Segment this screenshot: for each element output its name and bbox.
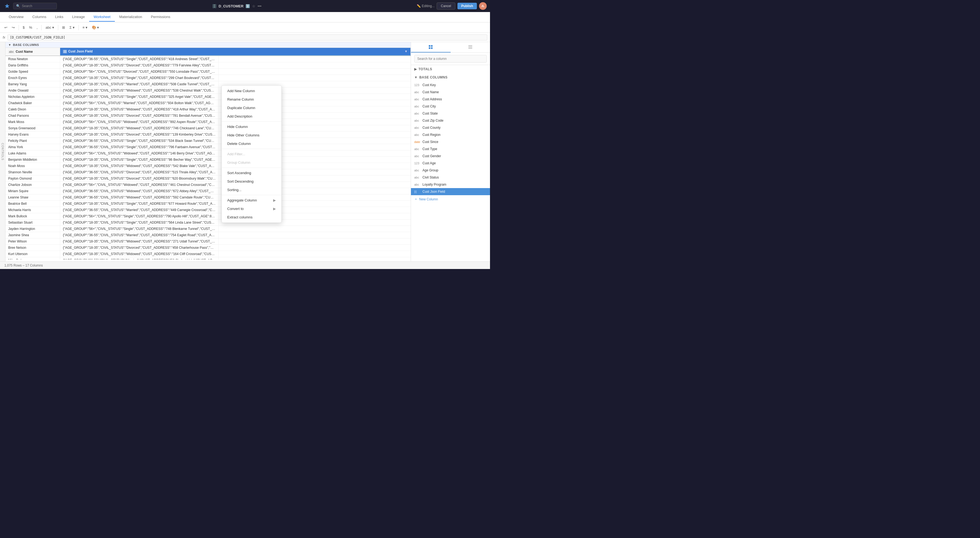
panel-column-item-cust-zip-code[interactable]: abc Cust Zip Code: [411, 117, 490, 124]
table-row[interactable]: Payton Osmond {"AGE_GROUP":"18-35","CIVI…: [5, 175, 411, 182]
menu-item-extract-columns[interactable]: Extract columns: [222, 213, 282, 221]
info-icon[interactable]: ℹ️: [245, 4, 250, 8]
editing-button[interactable]: ✏️ Editing...: [417, 4, 435, 8]
comma-button[interactable]: ,: [35, 24, 40, 30]
panel-column-item-cust-state[interactable]: abc Cust State: [411, 110, 490, 117]
redo-button[interactable]: ↪: [10, 24, 16, 30]
table-row[interactable]: Goldie Speed {"AGE_GROUP":"56+","CIVIL_S…: [5, 68, 411, 75]
table-row[interactable]: Mark Bullock {"AGE_GROUP":"56+","CIVIL_S…: [5, 213, 411, 220]
table-row[interactable]: Bree Nelson {"AGE_GROUP":"18-35","CIVIL_…: [5, 245, 411, 251]
panel-column-item-cust-age[interactable]: 123 Cust Age: [411, 160, 490, 167]
panel-column-item-cust-type[interactable]: abc Cust Type: [411, 145, 490, 153]
base-columns-arrow[interactable]: ▼: [8, 43, 11, 46]
table-row[interactable]: Leanne Shaw {"AGE_GROUP":"36-55","CIVIL_…: [5, 194, 411, 201]
menu-item-aggregate-column[interactable]: Aggregate Column▶: [222, 196, 282, 204]
menu-item-sort-ascending[interactable]: Sort Ascending: [222, 169, 282, 177]
panel-tab-grid[interactable]: [411, 42, 450, 53]
table-row[interactable]: Sonya Greenwood {"AGE_GROUP":"18-35","CI…: [5, 125, 411, 132]
table-row[interactable]: Barney Yang {"AGE_GROUP":"18-35","CIVIL_…: [5, 81, 411, 88]
table-row[interactable]: Caleb Dixon {"AGE_GROUP":"18-35","CIVIL_…: [5, 106, 411, 113]
panel-tab-list[interactable]: [450, 42, 490, 53]
table-row[interactable]: Chad Parsons {"AGE_GROUP":"18-35","CIVIL…: [5, 113, 411, 119]
avatar[interactable]: JL: [479, 2, 487, 10]
currency-button[interactable]: $: [21, 24, 26, 30]
table-row[interactable]: Miriam Squire {"AGE_GROUP":"36-55","CIVI…: [5, 188, 411, 194]
totals-header[interactable]: ▶ TOTALS: [411, 65, 490, 73]
base-columns-section-header[interactable]: ▼ BASE COLUMNS: [411, 73, 490, 81]
menu-item-hide-column[interactable]: Hide Column: [222, 123, 282, 131]
table-row[interactable]: Harvey Evans {"AGE_GROUP":"18-35","CIVIL…: [5, 132, 411, 138]
publish-button[interactable]: Publish: [457, 3, 477, 9]
table-row[interactable]: Felicity Plant {"AGE_GROUP":"36-55","CIV…: [5, 138, 411, 144]
table-row[interactable]: Mark Moss {"AGE_GROUP":"56+","CIVIL_STAT…: [5, 119, 411, 125]
panel-column-item-cust-key[interactable]: 123 Cust Key: [411, 81, 490, 89]
table-row[interactable]: Noah Moss {"AGE_GROUP":"18-35","CIVIL_ST…: [5, 163, 411, 169]
col-header-json[interactable]: [i] Cust Json Field ▼: [60, 48, 411, 56]
tab-permissions[interactable]: Permissions: [146, 13, 175, 22]
more-icon[interactable]: •••: [258, 4, 261, 8]
cell-json: {"AGE_GROUP":"18-35","CIVIL_STATUS":"Sin…: [60, 94, 219, 100]
undo-button[interactable]: ↩: [3, 24, 9, 30]
menu-item-duplicate-column[interactable]: Duplicate Column: [222, 103, 282, 112]
tab-columns[interactable]: Columns: [28, 13, 51, 22]
filter-button[interactable]: ≡ ▾: [81, 24, 89, 30]
percent-button[interactable]: %: [27, 24, 34, 30]
menu-item-add-description[interactable]: Add Description: [222, 112, 282, 121]
table-row[interactable]: Charlize Jobson {"AGE_GROUP":"56+","CIVI…: [5, 182, 411, 188]
tab-lineage[interactable]: Lineage: [68, 13, 89, 22]
menu-item-delete-column[interactable]: Delete Column: [222, 139, 282, 148]
menu-item-hide-other-columns[interactable]: Hide Other Columns: [222, 131, 282, 139]
cell-json: {"AGE_GROUP":"56+","CIVIL_STATUS":"Marri…: [60, 100, 219, 106]
tab-worksheet[interactable]: Worksheet: [89, 13, 115, 22]
panel-column-item-age-group[interactable]: abc Age Group: [411, 167, 490, 174]
panel-column-item-civil-status[interactable]: abc Civil Status: [411, 174, 490, 181]
table-row[interactable]: Enoch Eyres {"AGE_GROUP":"18-35","CIVIL_…: [5, 75, 411, 81]
tab-links[interactable]: Links: [51, 13, 68, 22]
table-row[interactable]: Michaela Harris {"AGE_GROUP":"36-55","CI…: [5, 207, 411, 213]
table-row[interactable]: Jasmine Shea {"AGE_GROUP":"36-55","CIVIL…: [5, 232, 411, 239]
panel-column-item-loyalty-program[interactable]: abc Loyalty Program: [411, 181, 490, 188]
topbar-search[interactable]: 🔍 Search: [13, 3, 57, 9]
menu-item-sort-descending[interactable]: Sort Descending: [222, 177, 282, 186]
table-row[interactable]: Beatrice Bell {"AGE_GROUP":"18-35","CIVI…: [5, 201, 411, 207]
table-row[interactable]: Chadwick Baker {"AGE_GROUP":"56+","CIVIL…: [5, 100, 411, 106]
formula-input[interactable]: [D_CUSTOMER/CUST_JSON_FIELD]: [7, 35, 487, 40]
panel-column-item-cust-json-field[interactable]: [i] Cust Json Field: [411, 188, 490, 195]
panel-column-item-cust-region[interactable]: abc Cust Region: [411, 131, 490, 138]
sidebar-controls[interactable]: CONTROLS: [0, 42, 5, 261]
panel-column-item-cust-address[interactable]: abc Cust Address: [411, 96, 490, 103]
menu-item-add-new-column[interactable]: Add New Column: [222, 87, 282, 95]
new-column-button[interactable]: ＋ New Column: [411, 195, 490, 203]
table-row[interactable]: Luke Adams {"AGE_GROUP":"56+","CIVIL_STA…: [5, 150, 411, 157]
table-view-button[interactable]: ⊞: [60, 24, 67, 30]
panel-column-item-cust-name[interactable]: abc Cust Name: [411, 89, 490, 96]
panel-column-item-cust-gender[interactable]: abc Cust Gender: [411, 153, 490, 160]
table-row[interactable]: Peter Wilson {"AGE_GROUP":"18-35","CIVIL…: [5, 239, 411, 245]
tab-overview[interactable]: Overview: [5, 13, 28, 22]
table-row[interactable]: Rosa Newton {"AGE_GROUP":"36-55","CIVIL_…: [5, 56, 411, 62]
table-row[interactable]: Mike Potter {"AGE_GROUP":"36-55","CIVIL_…: [5, 257, 411, 259]
table-row[interactable]: Shannon Neville {"AGE_GROUP":"36-55","CI…: [5, 169, 411, 175]
menu-item-rename-column[interactable]: Rename Column: [222, 95, 282, 103]
menu-item-sorting[interactable]: Sorting...: [222, 186, 282, 194]
col-header-name[interactable]: abc Cust Name: [5, 48, 60, 56]
panel-column-item-cust-since[interactable]: date Cust Since: [411, 138, 490, 145]
column-search-input[interactable]: [414, 55, 487, 63]
table-row[interactable]: Daria Griffiths {"AGE_GROUP":"18-35","CI…: [5, 62, 411, 68]
star-icon[interactable]: ☆: [252, 4, 255, 8]
panel-column-item-cust-county[interactable]: abc Cust County: [411, 124, 490, 131]
table-row[interactable]: Alma York {"AGE_GROUP":"36-55","CIVIL_ST…: [5, 144, 411, 150]
table-row[interactable]: Andie Oswald {"AGE_GROUP":"18-35","CIVIL…: [5, 88, 411, 94]
cancel-button[interactable]: Cancel: [437, 2, 455, 10]
table-row[interactable]: Kurt Utterson {"AGE_GROUP":"18-35","CIVI…: [5, 251, 411, 257]
tab-materialization[interactable]: Materialization: [115, 13, 146, 22]
table-row[interactable]: Nicholas Appleton {"AGE_GROUP":"18-35","…: [5, 94, 411, 100]
table-row[interactable]: Benjamin Middleton {"AGE_GROUP":"18-35",…: [5, 157, 411, 163]
aggregate-button[interactable]: Σ ▾: [68, 24, 76, 30]
table-row[interactable]: Sebastian Stuart {"AGE_GROUP":"18-35","C…: [5, 220, 411, 226]
table-row[interactable]: Jayden Harrington {"AGE_GROUP":"56+","CI…: [5, 226, 411, 232]
format-button[interactable]: abc ▾: [44, 24, 56, 30]
menu-item-convert-to[interactable]: Convert to▶: [222, 204, 282, 213]
panel-column-item-cust-city[interactable]: abc Cust City: [411, 103, 490, 110]
conditional-button[interactable]: 🎨 ▾: [90, 24, 101, 30]
